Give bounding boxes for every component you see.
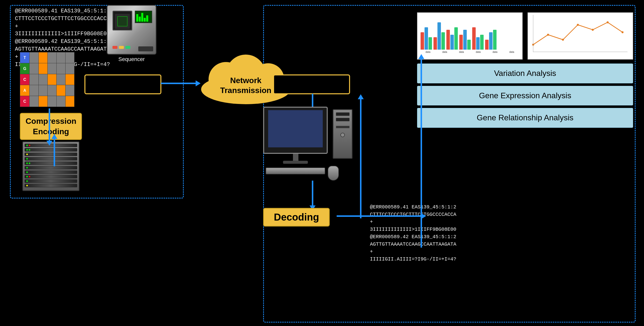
server-rack — [22, 141, 84, 191]
arrow-server-to-encoded — [54, 139, 55, 166]
svg-point-11 — [607, 21, 609, 23]
line-chart — [528, 12, 633, 59]
arrow-encoded-to-network — [161, 83, 196, 84]
bar-chart: data data data data data data — [417, 12, 522, 59]
arrow-decoding-to-analysis — [337, 215, 421, 217]
dna-sequence-bottom: @ERR000589.41 EAS139_45:5:1:2 CTTTCCTCCC… — [370, 203, 456, 263]
encoded-data-box — [84, 74, 161, 94]
variation-analysis-panel: Variation Analysis — [417, 63, 633, 83]
sequencer-label: Sequencer — [107, 56, 156, 62]
diagram-container: @ERR000589.41 EAS139_45:5:1:2 CTTTCCTCCC… — [0, 0, 644, 326]
svg-text:Network: Network — [230, 76, 262, 85]
gene-expression-panel: Gene Expression Analysis — [417, 86, 633, 106]
gene-relationship-panel: Gene Relationship Analysis — [417, 108, 633, 128]
analysis-panels-container: data data data data data data — [417, 12, 633, 130]
arrow-right-vertical — [420, 59, 422, 248]
sequencer-machine: Sequencer — [107, 5, 156, 62]
svg-point-7 — [547, 34, 549, 36]
computer-workstation — [263, 107, 362, 181]
svg-point-10 — [592, 29, 594, 31]
compression-encoding-label: CompressionEncoding — [20, 113, 82, 140]
svg-point-9 — [577, 24, 579, 26]
svg-point-12 — [622, 31, 624, 33]
substitution-matrix: T G C — [20, 52, 74, 107]
svg-text:Transmission: Transmission — [220, 86, 271, 95]
arrow-matrix-to-server — [49, 108, 50, 141]
decoded-receive-box — [273, 74, 350, 94]
svg-point-8 — [562, 39, 564, 41]
arrow-vertical-to-analysis — [360, 99, 362, 218]
arrow-computer-to-decoding — [312, 181, 313, 205]
decoding-label-box: Decoding — [263, 208, 330, 227]
